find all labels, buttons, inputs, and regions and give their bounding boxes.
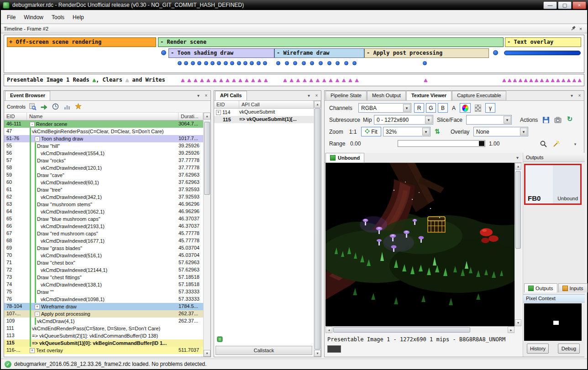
texture-horizontal-scrollbar[interactable]: ◂ ▸ — [326, 326, 514, 333]
timeline-marker[interactable]: - Toon shading draw — [168, 48, 274, 58]
find-event-icon[interactable] — [29, 103, 37, 111]
scroll-up-icon[interactable]: ▴ — [314, 101, 321, 108]
expand-icon[interactable]: + — [35, 304, 40, 309]
debug-button[interactable]: Debug — [558, 344, 580, 354]
tab-capture-executable[interactable]: Capture Executable — [452, 91, 506, 100]
event-row[interactable]: 66vkCmdDrawIndexed(2193,1)46.37037 — [4, 223, 203, 230]
column-eid[interactable]: EID — [214, 101, 239, 108]
menu-item-help[interactable]: Help — [68, 12, 88, 22]
draw-marker-dot[interactable] — [230, 61, 234, 65]
expand-icon[interactable]: + — [30, 348, 35, 353]
usage-marker-triangle[interactable]: ▲ — [237, 76, 243, 84]
draw-marker-dot[interactable] — [184, 61, 188, 65]
stats-icon[interactable] — [63, 103, 71, 111]
event-row[interactable]: 107-...-Apply post processing262.37... — [4, 310, 203, 318]
draw-marker-dot[interactable] — [276, 61, 280, 65]
timeline-canvas[interactable]: + Off-screen scene rendering- Render sce… — [4, 35, 584, 73]
usage-marker-triangle[interactable]: ▲ — [295, 76, 301, 84]
menu-item-file[interactable]: File — [3, 12, 20, 22]
usage-marker-triangle[interactable]: ▲ — [244, 76, 250, 84]
usage-marker-triangle[interactable]: ▲ — [212, 76, 218, 84]
menu-item-tools[interactable]: Tools — [47, 12, 68, 22]
red-channel-button[interactable]: R — [414, 103, 424, 113]
zoom-level-select[interactable]: 32% ▾ — [383, 127, 430, 136]
timeline-marker[interactable]: + Off-screen scene rendering — [7, 37, 156, 47]
texture-tab-unbound[interactable]: Unbound — [326, 153, 364, 162]
draw-marker-dot[interactable] — [243, 61, 247, 65]
usage-marker-triangle[interactable]: ▲ — [347, 76, 353, 84]
mip-select[interactable]: 0 - 1272x690 ▾ — [374, 115, 433, 125]
draw-marker-bar[interactable] — [504, 51, 581, 55]
event-row[interactable]: 68vkCmdDrawIndexed(1677,1)45.77778 — [4, 237, 203, 245]
tab-mesh-output[interactable]: Mesh Output — [367, 91, 406, 100]
usage-marker-triangle[interactable]: ▲ — [225, 76, 231, 84]
usage-marker-triangle[interactable]: ▲ — [328, 76, 334, 84]
usage-marker-triangle[interactable]: ▲ — [577, 76, 583, 84]
expand-icon[interactable]: + — [216, 110, 221, 115]
close-icon[interactable]: × — [577, 26, 584, 32]
usage-marker-triangle[interactable]: ▲ — [289, 76, 294, 84]
draw-marker-dot[interactable] — [423, 61, 427, 65]
tab-list-chevron-icon[interactable]: ▾ — [514, 154, 521, 161]
event-row[interactable]: 113=> vkQueueSubmit(2)[1]: vkEndCommandB… — [4, 332, 203, 339]
api-call-row[interactable]: +114vkQueueSubmit — [214, 109, 314, 116]
usage-marker-triangle[interactable]: ▲ — [199, 76, 205, 84]
event-row[interactable]: 59Draw "cave"37.62963 — [4, 172, 203, 179]
usage-marker-triangle[interactable]: ▲ — [308, 76, 314, 84]
usage-marker-triangle[interactable]: ▲ — [334, 76, 340, 84]
draw-marker-dot[interactable] — [161, 50, 166, 55]
refresh-icon[interactable]: ↻ — [566, 115, 574, 123]
event-row[interactable]: 74vkCmdDrawIndexed(138,1)57.18518 — [4, 281, 203, 288]
minimize-button[interactable]: — — [543, 1, 557, 9]
event-row[interactable]: 58vkCmdDrawIndexed(120,1)37.77778 — [4, 164, 203, 172]
draw-marker-dot[interactable] — [293, 61, 297, 65]
history-button[interactable]: History — [527, 344, 549, 354]
event-row[interactable]: 51-76-Toon shading draw1017.7... — [4, 135, 203, 142]
event-row[interactable]: 47vkCmdBeginRenderPass(C=Clear, D=Clear,… — [4, 128, 203, 135]
event-row[interactable]: 72vkCmdDrawIndexed(12144,1)57.62963 — [4, 266, 203, 274]
green-channel-button[interactable]: G — [426, 103, 436, 113]
event-row[interactable]: 46-111-Render scene3064.7... — [4, 120, 203, 128]
event-row[interactable]: 60vkCmdDrawIndexed(60,1)37.62963 — [4, 179, 203, 186]
event-row[interactable]: 55Draw "hill"39.25926 — [4, 142, 203, 150]
save-icon[interactable] — [542, 116, 550, 124]
event-row[interactable]: 116-...+Text overlay511.7037 — [4, 347, 203, 354]
range-white-point-handle[interactable] — [479, 141, 484, 146]
usage-marker-triangle[interactable]: ▲ — [302, 76, 308, 84]
expand-icon[interactable]: - — [35, 136, 40, 141]
scroll-up-icon[interactable]: ▴ — [515, 163, 521, 170]
zoom-range-icon[interactable] — [539, 140, 547, 148]
usage-marker-triangle[interactable]: ▲ — [354, 76, 360, 84]
api-calls-scrollbar[interactable]: ▴ ▾ — [314, 101, 321, 357]
overlay-select[interactable]: None ▾ — [473, 127, 528, 136]
scroll-right-icon[interactable]: ▸ — [508, 327, 514, 333]
usage-marker-triangle[interactable]: ▲ — [257, 76, 262, 84]
callstack-panel-header[interactable]: Callstack — [215, 346, 312, 355]
toolbar-overflow-icon[interactable]: ▾ — [571, 140, 579, 148]
draw-marker-dot[interactable] — [224, 61, 228, 65]
column-eid[interactable]: EID — [4, 113, 27, 120]
tab-event-browser[interactable]: Event Browser — [5, 91, 50, 100]
blue-channel-button[interactable]: B — [438, 103, 448, 113]
expand-icon[interactable]: - — [30, 122, 35, 127]
column-api-call[interactable]: API Call — [239, 101, 314, 108]
event-browser-scrollbar[interactable]: ▴ ▾ — [203, 113, 210, 357]
usage-marker-triangle[interactable]: ▲ — [282, 76, 288, 84]
usage-marker-triangle[interactable]: ▲ — [315, 76, 321, 84]
close-icon[interactable]: × — [203, 92, 210, 99]
draw-marker-dot[interactable] — [197, 61, 201, 65]
draw-marker-dot[interactable] — [493, 50, 498, 55]
texture-vertical-scrollbar[interactable]: ▴ ▾ — [514, 163, 521, 326]
background-checker-button[interactable] — [472, 103, 483, 113]
draw-marker-dot[interactable] — [217, 61, 221, 65]
event-row[interactable]: 73Draw "chest fittings"57.18518 — [4, 274, 203, 281]
event-row[interactable]: 56vkCmdDrawIndexed(1554,1)39.25926 — [4, 150, 203, 157]
draw-marker-dot[interactable] — [310, 61, 314, 65]
event-row[interactable]: 57Draw "rocks"37.77778 — [4, 157, 203, 164]
close-icon[interactable]: × — [313, 92, 320, 99]
event-row[interactable]: 115=> vkQueueSubmit(1)[0]: vkBeginComman… — [4, 339, 203, 347]
draw-marker-dot[interactable] — [204, 61, 208, 65]
colorwheel-button[interactable] — [460, 103, 471, 113]
time-draws-icon[interactable] — [52, 103, 60, 111]
event-row[interactable]: 71Draw "chest box"57.62963 — [4, 259, 203, 266]
